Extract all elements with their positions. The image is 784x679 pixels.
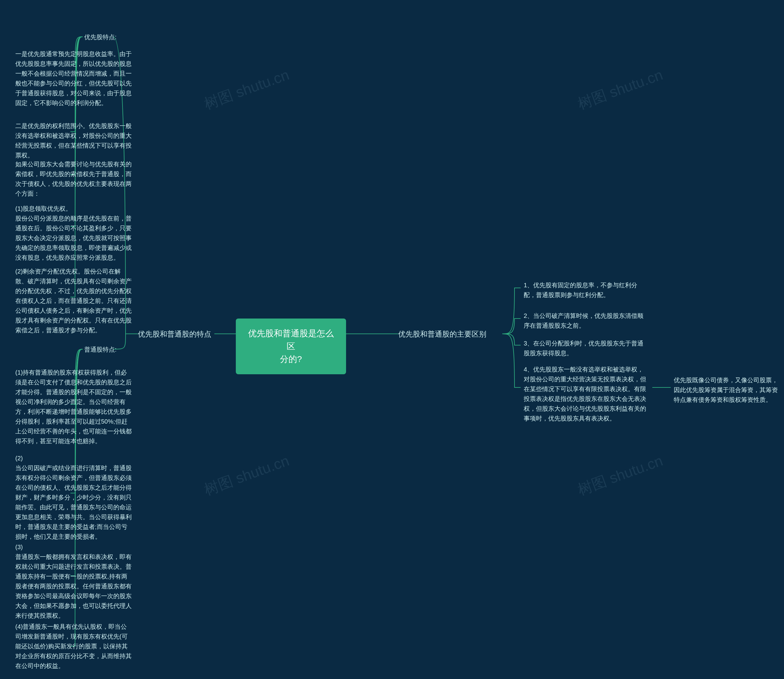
pref-item-4: (1)股息领取优先权。股份公司分派股息的顺序是优先股在前，普通股在后。股份公司不…: [15, 204, 132, 263]
diff-item-1: 1、优先股有固定的股息率，不参与红利分配，普通股票则参与红利分配。: [524, 280, 649, 300]
common-item-2: (2)当公司因破产或结业而进行清算时，普通股东有权分得公司剩余资产，但普通股东必…: [15, 453, 132, 541]
watermark: 树图 shutu.cn: [202, 65, 292, 114]
pref-item-2: 二是优先股的权利范围小。优先股股东一般没有选举权和被选举权，对股份公司的重大经营…: [15, 121, 132, 160]
pref-item-1: 一是优先股通常预先定明股息收益率。由于优先股股息率事先固定，所以优先股的股息一般…: [15, 49, 132, 108]
right-branch-label: 优先股和普通股的主要区别: [398, 329, 486, 339]
diff-item-3: 3、在公司分配股利时，优先股股东先于普通股股东获得股息。: [524, 338, 649, 358]
common-item-1: (1)持有普通股的股东有权获得股利，但必须是在公司支付了债息和优先股的股息之后才…: [15, 368, 132, 446]
diff-item-4: 4、优先股股东一般没有选举权和被选举权，对股份公司的重大经营决策无投票表决权，但…: [524, 365, 649, 423]
watermark: 树图 shutu.cn: [202, 451, 292, 500]
watermark: 树图 shutu.cn: [575, 65, 665, 114]
left-branch-label: 优先股和普通股的特点: [138, 329, 211, 339]
pref-item-5: (2)剩余资产分配优先权。股份公司在解散、破产清算时，优先股具有公司剩余资产的分…: [15, 266, 132, 335]
preferred-features-label: 优先股特点:: [84, 33, 117, 41]
common-item-3: (3)普通股东一般都拥有发言权和表决权，即有权就公司重大问题进行发言和投票表决。…: [15, 542, 132, 621]
watermark: 树图 shutu.cn: [575, 451, 665, 500]
diff-item-4-child: 优先股既像公司债券，又像公司股票，因此优先股筹资属于混合筹资，其筹资特点兼有债务…: [674, 375, 778, 405]
diff-item-2: 2、当公司破产清算时候，优先股股东清偿顺序在普通股股东之前。: [524, 311, 649, 330]
common-item-4: (4)普通股东一般具有优先认股权，即当公司增发新普通股时，现有股东有权优先(可能…: [15, 622, 132, 671]
root-node: 优先股和普通股是怎么区分的?: [236, 319, 346, 374]
pref-item-3: 如果公司股东大会需要讨论与优先股有关的索偿权，即优先股的索偿权先于普通股，而次于…: [15, 159, 132, 199]
common-features-label: 普通股特点:: [84, 346, 117, 354]
